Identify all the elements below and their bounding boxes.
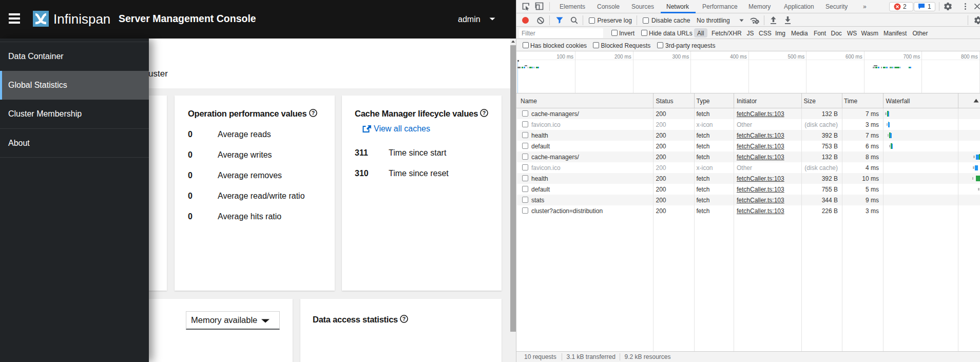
svg-text:?: ? — [483, 110, 486, 116]
svg-text:?: ? — [402, 316, 406, 322]
svg-text:?: ? — [312, 110, 315, 116]
